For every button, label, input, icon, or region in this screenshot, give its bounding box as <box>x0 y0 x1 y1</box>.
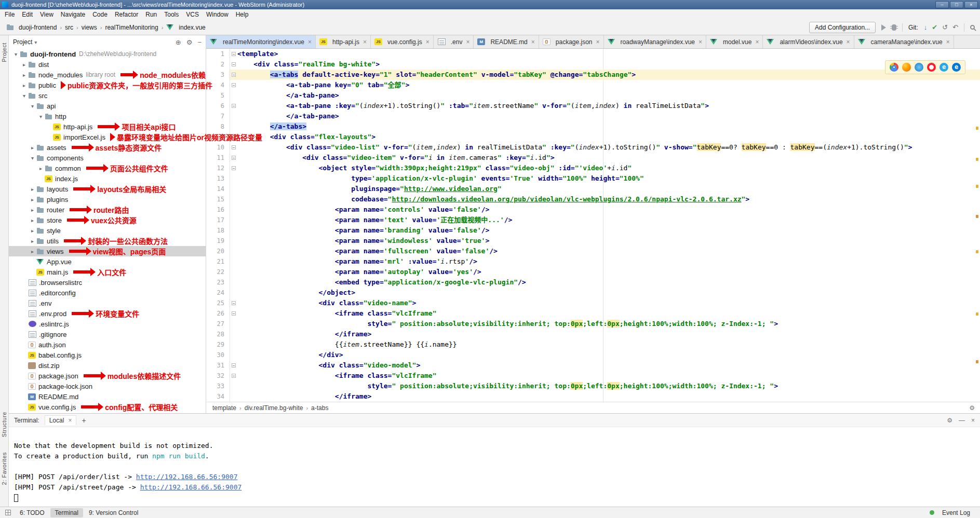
chevron-down-icon[interactable]: ▾ <box>34 39 37 45</box>
history-icon[interactable]: ↺ <box>942 24 948 31</box>
error-stripe[interactable] <box>974 49 980 402</box>
close-icon[interactable]: × <box>596 38 600 46</box>
breadcrumb-duoji-frontend[interactable]: duoji-frontend <box>5 24 58 31</box>
code-line-21[interactable]: 21 <param name='mrl' :value='i.rtsp'/> <box>206 256 980 267</box>
code-line-30[interactable]: 30 </div> <box>206 350 980 360</box>
code-line-26[interactable]: 26 <iframe class="vlcIframe" <box>206 308 980 319</box>
run-icon[interactable] <box>881 24 886 31</box>
code-line-14[interactable]: 14 pluginspage="http://www.videolan.org" <box>206 184 980 194</box>
code-line-16[interactable]: 16 <param name='controls' value='false'/… <box>206 205 980 215</box>
chevron-right-icon[interactable]: ▸ <box>29 197 36 202</box>
tree-item-components[interactable]: ▾components <box>9 153 206 163</box>
menu-navigate[interactable]: Navigate <box>57 11 89 18</box>
code-line-10[interactable]: 10 <div class="video-list" v-for="(item,… <box>206 142 980 153</box>
close-icon[interactable]: × <box>847 38 850 46</box>
fold-icon[interactable] <box>232 73 236 77</box>
tree-item-package.json[interactable]: package.jsonmodules依赖描述文件 <box>9 371 206 381</box>
tree-item-dist.zip[interactable]: dist.zip <box>9 360 206 371</box>
close-icon[interactable]: × <box>971 417 975 424</box>
tree-item-style[interactable]: ▸style <box>9 225 206 236</box>
code-line-20[interactable]: 20 <param name='fullscreen' value='false… <box>206 246 980 256</box>
favorites-stripe-button[interactable]: 2: Favorites <box>1 452 7 485</box>
tree-item-layouts[interactable]: ▸layoutslayouts全局布局相关 <box>9 184 206 194</box>
chevron-right-icon[interactable]: ▸ <box>29 207 36 213</box>
editor-tab-.env[interactable]: .env× <box>434 35 474 48</box>
settings-icon[interactable]: ⚙ <box>947 417 952 424</box>
tree-item-.editorconfig[interactable]: .editorconfig <box>9 288 206 298</box>
terminal-link[interactable]: http://192.168.66.56:9007 <box>136 473 238 481</box>
editor-tab-package.json[interactable]: package.json× <box>539 35 604 48</box>
code-line-7[interactable]: 7 </a-tab-pane> <box>206 111 980 121</box>
chevron-right-icon[interactable]: ▸ <box>20 62 28 67</box>
editor-breadcrumb-template[interactable]: template <box>211 404 237 412</box>
tree-item-dist[interactable]: ▸dist <box>9 59 206 70</box>
close-icon[interactable]: × <box>466 38 469 46</box>
tool-windows-icon[interactable] <box>5 510 11 515</box>
code-line-25[interactable]: 25 <div class="video-name"> <box>206 298 980 308</box>
code-line-5[interactable]: 5 </a-tab-pane> <box>206 90 980 101</box>
code-line-34[interactable]: 34 </iframe> <box>206 391 980 402</box>
code-line-28[interactable]: 28 </iframe> <box>206 329 980 339</box>
chevron-right-icon[interactable]: ▸ <box>29 186 36 192</box>
editor-tab-realtimemonitoring-index.vue[interactable]: realTimeMonitoring\index.vue× <box>206 35 316 48</box>
code-line-1[interactable]: 1<template> <box>206 49 980 59</box>
tree-item-store[interactable]: ▸storevuex公共资源 <box>9 215 206 225</box>
tree-item-.eslintrc.js[interactable]: .eslintrc.js <box>9 319 206 329</box>
minimize-icon[interactable]: — <box>959 417 965 424</box>
tree-item-index.js[interactable]: index.js <box>9 173 206 184</box>
close-icon[interactable]: × <box>363 38 367 46</box>
locate-icon[interactable]: ⊕ <box>176 38 181 46</box>
fold-icon[interactable] <box>232 374 236 378</box>
tree-item-utils[interactable]: ▸utils封装的一些公共函数方法 <box>9 236 206 246</box>
code-line-12[interactable]: 12 <object style="width:390px;height:219… <box>206 163 980 173</box>
chevron-right-icon[interactable]: ▸ <box>20 72 28 78</box>
menu-view[interactable]: View <box>36 11 57 18</box>
tree-item-assets[interactable]: ▸assetsassets静态资源文件 <box>9 142 206 153</box>
search-everywhere-icon[interactable] <box>970 25 975 30</box>
close-icon[interactable]: × <box>426 38 429 46</box>
code-line-17[interactable]: 17 <param name='text' value='正在加载视频中...'… <box>206 215 980 225</box>
code-line-22[interactable]: 22 <param name='autoplay' value='yes'/> <box>206 267 980 277</box>
tree-item-http[interactable]: ▾http <box>9 111 206 121</box>
fold-icon[interactable] <box>232 166 236 170</box>
tree-item-plugins[interactable]: ▸plugins <box>9 194 206 205</box>
status-event-log[interactable]: Event Log <box>937 508 975 517</box>
code-line-15[interactable]: 15 codebase="http://downloads.videolan.o… <box>206 194 980 205</box>
code-line-13[interactable]: 13 type='application/x-vlc-plugin' event… <box>206 173 980 184</box>
editor-tab-alarmvideos-index.vue[interactable]: alarmVideos\index.vue× <box>763 35 854 48</box>
close-icon[interactable]: × <box>755 38 759 46</box>
debug-icon[interactable] <box>892 24 896 31</box>
tree-item-app.vue[interactable]: App.vue <box>9 256 206 267</box>
edge-icon[interactable] <box>952 63 961 72</box>
close-icon[interactable]: × <box>699 38 702 46</box>
editor-tab-readme.md[interactable]: README.md× <box>474 35 539 48</box>
chevron-right-icon[interactable]: ▸ <box>29 249 36 254</box>
firefox-icon[interactable] <box>902 63 911 72</box>
menu-refactor[interactable]: Refactor <box>111 11 142 18</box>
code-line-33[interactable]: 33 style=" position:absolute;visibility:… <box>206 381 980 391</box>
fold-icon[interactable] <box>232 62 236 66</box>
settings-icon[interactable]: ⚙ <box>186 38 193 46</box>
project-stripe-button[interactable]: Project <box>1 43 7 62</box>
breadcrumb-index.vue[interactable]: index.vue <box>165 24 206 31</box>
code-line-29[interactable]: 29 {{item.streetName}} {{i.name}} <box>206 339 980 350</box>
chevron-down-icon[interactable]: ▾ <box>29 103 36 109</box>
menu-help[interactable]: Help <box>232 11 252 18</box>
collapse-all-icon[interactable]: − <box>197 38 202 46</box>
close-icon[interactable]: × <box>946 38 950 46</box>
tree-item-public[interactable]: ▸publicpublic资源文件夹，一般放引用的第三方插件 <box>9 80 206 90</box>
tree-item-package-lock.json[interactable]: package-lock.json <box>9 381 206 391</box>
code-line-11[interactable]: 11 <div class="video-item" v-for="i in i… <box>206 153 980 163</box>
tree-item-readme.md[interactable]: README.md <box>9 391 206 402</box>
editor-tab-roadwaymanage-index.vue[interactable]: roadwayManage\index.vue× <box>604 35 706 48</box>
tree-item-.gitignore[interactable]: .gitignore <box>9 329 206 339</box>
chevron-right-icon[interactable]: ▸ <box>29 238 36 244</box>
settings-icon[interactable]: ⚙ <box>969 404 975 412</box>
tree-item-.browserslistrc[interactable]: .browserslistrc <box>9 277 206 288</box>
editor-breadcrumb-div.realtime.bg-white[interactable]: div.realTime.bg-white <box>244 404 304 412</box>
chevron-down-icon[interactable]: ▾ <box>20 93 28 99</box>
tree-item-importexcel.js[interactable]: importExcel.js暴露环境变量地址给图片or视频资源路径变量 <box>9 132 206 142</box>
project-panel-title[interactable]: Project <box>13 38 32 46</box>
close-icon[interactable]: × <box>308 38 312 46</box>
code-line-3[interactable]: 3 <a-tabs default-active-key="1" slot="h… <box>206 70 980 80</box>
